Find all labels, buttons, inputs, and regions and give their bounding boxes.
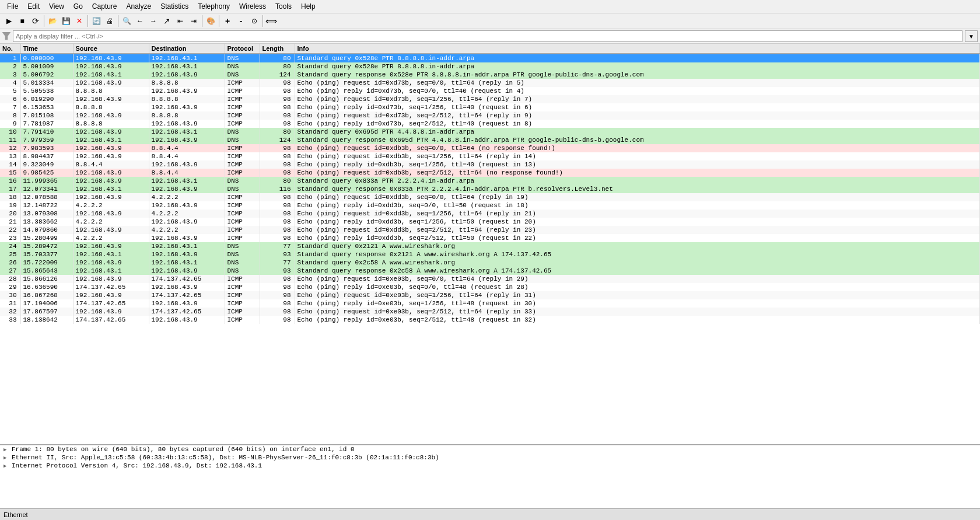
table-row[interactable]: 9 7.781987 8.8.8.8 192.168.43.9 ICMP 98 … <box>0 120 980 128</box>
table-row[interactable]: 22 14.079860 192.168.43.9 4.2.2.2 ICMP 9… <box>0 226 980 234</box>
table-row[interactable]: 20 13.079308 192.168.43.9 4.2.2.2 ICMP 9… <box>0 210 980 218</box>
cell-info: Echo (ping) request id=0xdb3b, seq=0/0, … <box>295 144 980 152</box>
table-row[interactable]: 1 0.000000 192.168.43.9 192.168.43.1 DNS… <box>0 54 980 62</box>
display-filter-input[interactable] <box>13 30 963 42</box>
table-row[interactable]: 18 12.078588 192.168.43.9 4.2.2.2 ICMP 9… <box>0 193 980 201</box>
cell-no: 1 <box>0 54 20 62</box>
resize-columns-button[interactable]: ⟺ <box>265 15 278 27</box>
table-row[interactable]: 17 12.073341 192.168.43.1 192.168.43.9 D… <box>0 185 980 193</box>
go-to-button[interactable]: ↗ <box>160 15 173 27</box>
detail-text: Frame 1: 80 bytes on wire (640 bits), 80… <box>12 446 355 453</box>
table-row[interactable]: 25 15.703377 192.168.43.1 192.168.43.9 D… <box>0 250 980 259</box>
table-row[interactable]: 23 15.280499 4.2.2.2 192.168.43.9 ICMP 9… <box>0 234 980 242</box>
table-row[interactable]: 21 13.383662 4.2.2.2 192.168.43.9 ICMP 9… <box>0 218 980 226</box>
go-forward-button[interactable]: → <box>147 15 160 27</box>
menu-edit[interactable]: Edit <box>23 1 44 12</box>
menu-help[interactable]: Help <box>296 1 320 12</box>
print-button[interactable]: 🖨 <box>103 15 116 27</box>
cell-length: 124 <box>260 136 295 144</box>
go-first-button[interactable]: ⇤ <box>174 15 187 27</box>
cell-no: 23 <box>0 234 20 242</box>
table-row[interactable]: 24 15.289472 192.168.43.9 192.168.43.1 D… <box>0 242 980 250</box>
cell-no: 6 <box>0 95 20 103</box>
open-file-button[interactable]: 📂 <box>46 15 59 27</box>
menu-wireless[interactable]: Wireless <box>235 1 271 12</box>
table-row[interactable]: 29 16.636590 174.137.42.65 192.168.43.9 … <box>0 283 980 291</box>
table-row[interactable]: 6 6.019290 192.168.43.9 8.8.8.8 ICMP 98 … <box>0 95 980 103</box>
menu-view[interactable]: View <box>44 1 69 12</box>
detail-row[interactable]: ▶ Ethernet II, Src: Apple_13:c5:58 (60:3… <box>0 453 980 462</box>
menu-capture[interactable]: Capture <box>88 1 122 12</box>
menu-go[interactable]: Go <box>69 1 88 12</box>
cell-protocol: ICMP <box>225 299 260 308</box>
detail-row[interactable]: ▶ Internet Protocol Version 4, Src: 192.… <box>0 462 980 470</box>
table-row[interactable]: 14 9.323049 8.8.4.4 192.168.43.9 ICMP 98… <box>0 160 980 169</box>
filter-arrow-button[interactable]: ▼ <box>965 30 978 42</box>
table-row[interactable]: 8 7.015108 192.168.43.9 8.8.8.8 ICMP 98 … <box>0 111 980 120</box>
cell-source: 192.168.43.9 <box>73 95 149 103</box>
table-row[interactable]: 12 7.983593 192.168.43.9 8.8.4.4 ICMP 98… <box>0 144 980 152</box>
table-row[interactable]: 11 7.979359 192.168.43.1 192.168.43.9 DN… <box>0 136 980 144</box>
table-row[interactable]: 16 11.999365 192.168.43.9 192.168.43.1 D… <box>0 177 980 185</box>
table-row[interactable]: 15 9.985425 192.168.43.9 8.8.4.4 ICMP 98… <box>0 169 980 177</box>
cell-no: 27 <box>0 267 20 275</box>
close-file-button[interactable]: ✕ <box>73 15 86 27</box>
zoom-out-button[interactable]: - <box>235 15 247 27</box>
table-row[interactable]: 33 18.138642 174.137.42.65 192.168.43.9 … <box>0 316 980 324</box>
menu-file[interactable]: File <box>2 1 23 12</box>
cell-source: 192.168.43.9 <box>73 111 149 120</box>
start-capture-button[interactable]: ▶ <box>2 15 15 27</box>
table-row[interactable]: 4 5.013334 192.168.43.9 8.8.8.8 ICMP 98 … <box>0 79 980 87</box>
expand-icon: ▶ <box>4 455 9 461</box>
menu-analyze[interactable]: Analyze <box>122 1 156 12</box>
table-row[interactable]: 28 15.866126 192.168.43.9 174.137.42.65 … <box>0 275 980 283</box>
table-row[interactable]: 19 12.148722 4.2.2.2 192.168.43.9 ICMP 9… <box>0 201 980 210</box>
cell-info: Echo (ping) reply id=0xdd3b, seq=1/256, … <box>295 218 980 226</box>
detail-row[interactable]: ▶ Frame 1: 80 bytes on wire (640 bits), … <box>0 445 980 453</box>
table-row[interactable]: 2 5.001009 192.168.43.9 192.168.43.1 DNS… <box>0 62 980 71</box>
table-row[interactable]: 31 17.194006 174.137.42.65 192.168.43.9 … <box>0 299 980 308</box>
table-row[interactable]: 5 5.505538 8.8.8.8 192.168.43.9 ICMP 98 … <box>0 87 980 95</box>
table-row[interactable]: 7 6.153653 8.8.8.8 192.168.43.9 ICMP 98 … <box>0 103 980 111</box>
table-row[interactable]: 10 7.791410 192.168.43.9 192.168.43.1 DN… <box>0 128 980 136</box>
table-row[interactable]: 26 15.722009 192.168.43.9 192.168.43.1 D… <box>0 259 980 267</box>
table-row[interactable]: 30 16.867268 192.168.43.9 174.137.42.65 … <box>0 291 980 299</box>
cell-time: 6.019290 <box>20 95 73 103</box>
cell-length: 80 <box>260 128 295 136</box>
cell-info: Standard query response 0x695d PTR 4.4.8… <box>295 136 980 144</box>
go-back-button[interactable]: ← <box>134 15 146 27</box>
table-row[interactable]: 13 8.984437 192.168.43.9 8.8.4.4 ICMP 98… <box>0 152 980 160</box>
cell-destination: 4.2.2.2 <box>149 210 225 218</box>
cell-no: 8 <box>0 111 20 120</box>
separator-2 <box>88 15 88 27</box>
menu-statistics[interactable]: Statistics <box>156 1 193 12</box>
cell-source: 192.168.43.1 <box>73 250 149 259</box>
table-row[interactable]: 27 15.865643 192.168.43.1 192.168.43.9 D… <box>0 267 980 275</box>
save-file-button[interactable]: 💾 <box>60 15 72 27</box>
restart-capture-button[interactable]: ⟳ <box>29 15 42 27</box>
cell-length: 98 <box>260 87 295 95</box>
zoom-in-button[interactable]: + <box>221 15 234 27</box>
menu-tools[interactable]: Tools <box>271 1 296 12</box>
go-last-button[interactable]: ⇥ <box>187 15 200 27</box>
table-row[interactable]: 3 5.006792 192.168.43.1 192.168.43.9 DNS… <box>0 71 980 79</box>
packet-list[interactable]: No. Time Source Destination Protocol Len… <box>0 44 980 444</box>
colorize-button[interactable]: 🎨 <box>204 15 217 27</box>
menu-telephony[interactable]: Telephony <box>193 1 235 12</box>
cell-source: 192.168.43.1 <box>73 185 149 193</box>
cell-protocol: DNS <box>225 128 260 136</box>
cell-length: 124 <box>260 71 295 79</box>
stop-capture-button[interactable]: ■ <box>16 15 29 27</box>
cell-time: 9.323049 <box>20 160 73 169</box>
zoom-reset-button[interactable]: ⊙ <box>248 15 261 27</box>
table-row[interactable]: 32 17.867597 192.168.43.9 174.137.42.65 … <box>0 308 980 316</box>
find-packet-button[interactable]: 🔍 <box>120 15 133 27</box>
cell-no: 12 <box>0 144 20 152</box>
cell-protocol: DNS <box>225 54 260 62</box>
reload-button[interactable]: 🔄 <box>90 15 103 27</box>
cell-length: 98 <box>260 275 295 283</box>
cell-length: 98 <box>260 291 295 299</box>
cell-length: 98 <box>260 210 295 218</box>
cell-info: Echo (ping) reply id=0xe03b, seq=1/256, … <box>295 299 980 308</box>
col-info: Info <box>295 44 980 54</box>
